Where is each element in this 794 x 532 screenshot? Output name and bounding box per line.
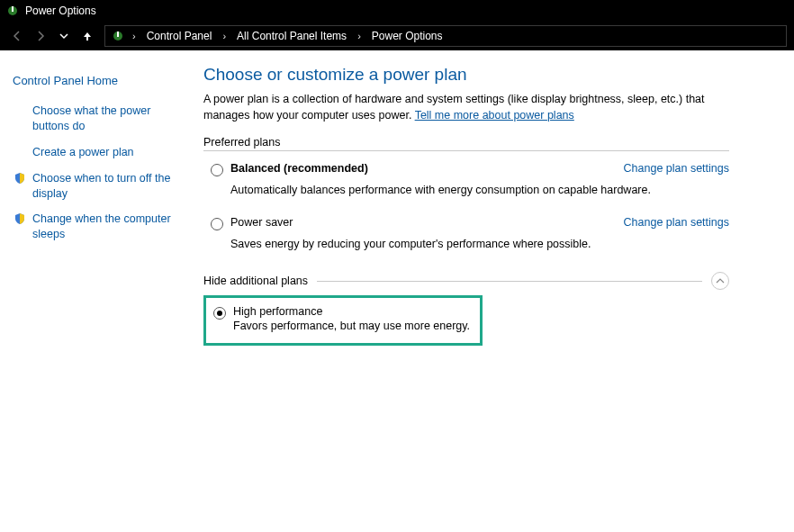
preferred-plans-label: Preferred plans [203,136,729,149]
svg-rect-1 [12,6,14,12]
up-button[interactable] [77,26,97,46]
divider [317,281,702,282]
hide-additional-plans-label: Hide additional plans [203,275,308,287]
change-plan-settings-link[interactable]: Change plan settings [624,216,729,229]
sidebar-item-label: Choose what the power buttons do [32,104,176,134]
plan-desc: Saves energy by reducing your computer's… [223,238,729,250]
blank-icon [13,145,27,159]
divider [203,150,729,151]
sidebar-item[interactable]: Create a power plan [13,145,176,160]
radio-high-performance[interactable] [213,307,226,320]
plan-balanced: Balanced (recommended) Change plan setti… [203,158,729,182]
window-title: Power Options [25,5,96,17]
highlight-box: High performance Favors performance, but… [203,295,483,346]
hide-additional-plans-row: Hide additional plans [203,272,729,290]
sidebar-item-label: Choose when to turn off the display [32,171,176,202]
nav-toolbar: › Control Panel › All Control Panel Item… [0,22,794,50]
breadcrumb-item[interactable]: Power Options [368,28,447,44]
breadcrumb-item[interactable]: All Control Panel Items [233,28,350,44]
plan-high-performance: High performance Favors performance, but… [210,305,473,332]
plan-title[interactable]: High performance [233,305,473,318]
intro-link[interactable]: Tell me more about power plans [415,109,574,122]
collapse-button[interactable] [711,272,729,290]
shield-icon [13,171,27,185]
chevron-right-icon[interactable]: › [221,31,228,41]
plan-title[interactable]: Power saver [230,216,613,229]
change-plan-settings-link[interactable]: Change plan settings [624,162,729,175]
sidebar-item-label: Change when the computer sleeps [32,212,176,242]
sidebar-item[interactable]: Choose when to turn off the display [13,171,176,202]
sidebar-item[interactable]: Change when the computer sleeps [13,212,176,242]
back-button[interactable] [7,26,27,46]
sidebar-item[interactable]: Choose what the power buttons do [13,104,176,134]
address-bar[interactable]: › Control Panel › All Control Panel Item… [104,25,787,47]
chevron-right-icon[interactable]: › [131,31,138,41]
main-content: Choose or customize a power plan A power… [189,65,765,364]
forward-button[interactable] [31,26,50,46]
page-heading: Choose or customize a power plan [203,65,729,85]
recent-locations-button[interactable] [54,26,74,46]
chevron-up-icon [716,276,725,285]
sidebar: Control Panel Home Choose what the power… [0,65,189,364]
blank-icon [13,104,27,118]
plan-power-saver: Power saver Change plan settings [203,212,729,236]
sidebar-item-label: Create a power plan [32,145,134,160]
breadcrumb-item[interactable]: Control Panel [143,28,216,44]
shield-icon [13,212,27,226]
app-icon [5,4,20,18]
plan-title[interactable]: Balanced (recommended) [230,162,613,175]
window-titlebar: Power Options [0,0,794,22]
radio-power-saver[interactable] [211,218,223,230]
page-intro: A power plan is a collection of hardware… [203,92,729,123]
control-panel-home-link[interactable]: Control Panel Home [13,74,176,87]
radio-balanced[interactable] [211,164,223,176]
power-options-icon [111,29,125,43]
plan-desc: Automatically balances performance with … [223,184,729,196]
plan-desc: Favors performance, but may use more ene… [233,320,473,332]
svg-rect-3 [117,32,119,37]
chevron-right-icon[interactable]: › [356,31,363,41]
